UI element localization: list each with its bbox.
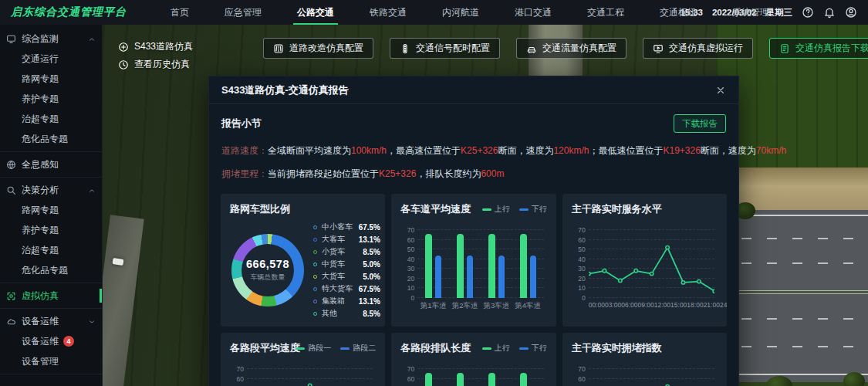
bar-group	[512, 369, 544, 386]
y-axis-labels: 706050403020100	[399, 226, 414, 302]
line-chart: 706050403020100	[230, 360, 376, 386]
toolbar-button-3[interactable]: 交通仿真虚拟运行	[643, 38, 753, 59]
sidebar-item-1[interactable]: 全息感知	[0, 154, 102, 174]
report-line: 拥堵里程：当前拥堵路段起始位置位于K25+326，排队长度约为600m	[221, 162, 726, 185]
y-tick: 50	[570, 245, 586, 253]
nav-item-1[interactable]: 应急管理	[207, 0, 279, 25]
toolbar-button-0[interactable]: 道路改造仿真配置	[263, 38, 373, 59]
simulation-actions: S433道路仿真 查看历史仿真	[118, 38, 193, 73]
donut-legend-item-大货车[interactable]: 大货车5.0%2	[313, 271, 385, 282]
chevron-up-icon	[88, 186, 96, 194]
sidebar: 综合监测交通运行路网专题养护专题治超专题危化品专题全息感知决策分析路网专题养护专…	[0, 25, 103, 386]
bar-group	[449, 230, 481, 298]
report-text-segment: K25+326	[461, 145, 498, 156]
tree	[843, 372, 865, 386]
nav-item-8[interactable]: 系统管理	[714, 0, 787, 25]
donut-legend-item-中小客车[interactable]: 中小客车67.5%65	[313, 222, 385, 232]
sidebar-subitem-2-3[interactable]: 危化品专题	[0, 260, 102, 280]
legend-count: 20	[380, 248, 385, 256]
chart-title: 路网车型比例	[230, 202, 376, 216]
legend-count: 2	[380, 260, 385, 269]
report-text-segment: 道路速度：	[221, 145, 268, 156]
target-icon	[6, 291, 16, 301]
download-report-button[interactable]: 下载报告	[674, 114, 726, 133]
sidebar-subitem-label: 危化品专题	[22, 133, 68, 146]
doc-icon	[779, 43, 790, 54]
donut-legend-item-其他[interactable]: 其他8.5%20	[313, 308, 385, 319]
legend-name: 中小客车	[322, 222, 353, 232]
legend-item-路段二[interactable]: 路段二	[340, 343, 376, 354]
sidebar-subitem-2-1[interactable]: 养护专题	[0, 220, 102, 240]
donut-legend-item-大客车[interactable]: 大客车13.1%30	[313, 234, 385, 245]
history-label: 查看历史仿真	[134, 58, 190, 71]
nav-item-4[interactable]: 内河航道	[424, 0, 497, 25]
nav-item-6[interactable]: 交通工程	[569, 0, 642, 25]
nav-item-0[interactable]: 首页	[153, 0, 207, 25]
sidebar-item-3[interactable]: 虚拟仿真	[0, 286, 102, 306]
bar-下行	[467, 256, 473, 298]
nav-item-5[interactable]: 港口交通	[497, 0, 569, 25]
simulation-toolbar: 道路改造仿真配置交通信号配时配置交通流量仿真配置交通仿真虚拟运行交通仿真报告下载	[263, 38, 868, 59]
sidebar-divider	[0, 374, 102, 374]
report-text-segment: 600m	[481, 168, 504, 179]
legend-label: 上行	[495, 204, 510, 215]
sidebar-subitem-2-0[interactable]: 路网专题	[0, 200, 102, 220]
user-avatar-icon[interactable]	[845, 6, 857, 19]
sidebar-subitem-0-4[interactable]: 危化品专题	[0, 129, 102, 149]
nav-item-3[interactable]: 铁路交通	[352, 0, 424, 25]
toolbar-button-1[interactable]: 交通信号配时配置	[390, 38, 500, 59]
donut-legend-item-小货车[interactable]: 小货车8.5%20	[313, 246, 385, 257]
legend-label: 上行	[495, 343, 510, 354]
donut-legend-item-中货车[interactable]: 中货车5.0%2	[313, 259, 385, 269]
legend-dot	[313, 225, 317, 229]
y-axis-labels: 706050403020100	[570, 365, 586, 386]
legend-count: 65	[380, 285, 385, 293]
legend-swatch	[296, 347, 305, 350]
cloud-icon	[6, 317, 16, 327]
donut-legend-item-集装箱[interactable]: 集装箱13.1%30	[313, 296, 385, 306]
legend-item-上行[interactable]: 上行	[482, 204, 510, 215]
bar-group	[417, 230, 449, 298]
help-icon[interactable]	[802, 6, 814, 19]
view-history-button[interactable]: 查看历史仿真	[118, 56, 193, 73]
close-icon[interactable]	[715, 85, 726, 96]
legend-item-路段一[interactable]: 路段一	[296, 343, 331, 354]
topbar: 启东综合交通管理平台 首页应急管理公路交通铁路交通内河航道港口交通交通工程交通枢…	[0, 0, 868, 25]
sidebar-subitem-0-3[interactable]: 治超专题	[0, 109, 102, 129]
legend-percent: 13.1%	[353, 297, 380, 306]
sidebar-divider	[0, 177, 102, 178]
toolbar-button-label: 道路改造仿真配置	[289, 42, 363, 55]
donut-legend-item-特大货车[interactable]: 特大货车67.5%65	[313, 283, 385, 294]
current-simulation-button[interactable]: S433道路仿真	[118, 38, 193, 56]
sidebar-subitem-4-0[interactable]: 设备运维4	[0, 331, 102, 351]
sidebar-subitem-label: 治超专题	[22, 244, 59, 257]
nav-item-2[interactable]: 公路交通	[279, 0, 352, 25]
bar-上行	[488, 234, 495, 298]
sidebar-item-4[interactable]: 设备运维	[0, 311, 102, 331]
chart-card-congestion-index: 主干路实时拥堵指数 706050403020100	[562, 333, 727, 386]
sidebar-subitem-label: 养护专题	[22, 93, 59, 106]
y-axis-labels: 706050403020100	[570, 226, 586, 302]
monitor-icon	[6, 34, 16, 44]
bar-groups	[417, 230, 543, 298]
sidebar-item-0[interactable]: 综合监测	[0, 29, 102, 49]
sidebar-subitem-4-1[interactable]: 设备管理	[0, 351, 102, 371]
y-tick: 60	[570, 375, 586, 383]
toolbar-button-4[interactable]: 交通仿真报告下载	[769, 38, 868, 59]
sidebar-subitem-label: 危化品专题	[22, 264, 68, 277]
sidebar-subitem-2-2[interactable]: 治超专题	[0, 240, 102, 260]
legend-item-下行[interactable]: 下行	[519, 343, 547, 354]
nav-item-7[interactable]: 交通枢纽	[642, 0, 714, 25]
sidebar-subitem-0-2[interactable]: 养护专题	[0, 89, 102, 109]
sidebar-subitem-0-0[interactable]: 交通运行	[0, 49, 102, 69]
y-tick: 10	[399, 284, 414, 292]
notification-bell-icon[interactable]	[823, 6, 836, 19]
toolbar-button-2[interactable]: 交通流量仿真配置	[516, 38, 627, 59]
legend-item-上行[interactable]: 上行	[482, 343, 510, 354]
sidebar-subitem-0-1[interactable]: 路网专题	[0, 69, 102, 89]
legend-item-下行[interactable]: 下行	[519, 204, 547, 215]
sidebar-item-2[interactable]: 决策分析	[0, 180, 102, 200]
legend-name: 其他	[322, 308, 353, 319]
chart-title: 主干路实时服务水平	[572, 202, 718, 216]
line-chart: 706050403020100	[572, 360, 718, 386]
